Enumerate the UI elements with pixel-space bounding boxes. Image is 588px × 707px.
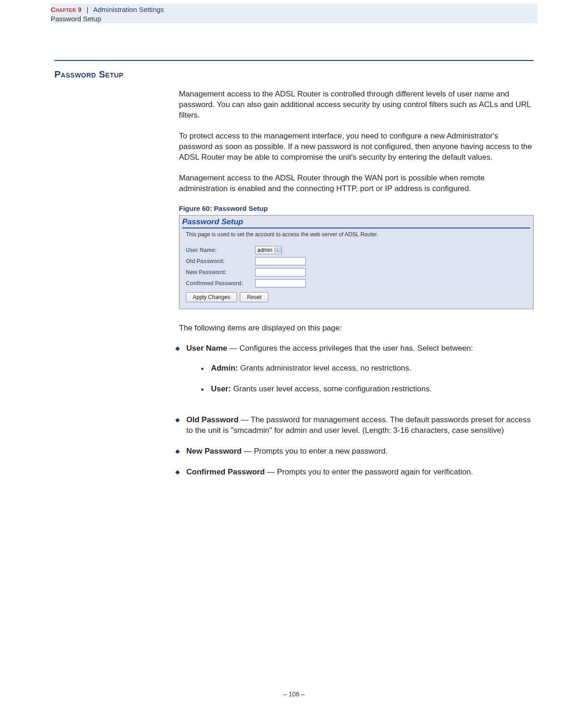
figure-caption: Figure 60: Password Setup <box>179 204 534 212</box>
list-item-old-password: ◆ Old Password — The password for manage… <box>175 415 534 436</box>
page-header: Chapter 9 | Administration Settings Pass… <box>51 4 537 23</box>
confirmed-password-item-text: — Prompts you to enter the password agai… <box>265 467 473 476</box>
old-password-input[interactable] <box>255 257 306 265</box>
username-label: User Name: <box>186 247 255 253</box>
admin-label: Admin: <box>211 364 238 372</box>
old-password-item-label: Old Password <box>186 415 238 424</box>
item-list: ◆ User Name — Configures the access priv… <box>175 343 534 478</box>
confirmed-password-label: Confirmed Password: <box>186 280 255 287</box>
section-title: Password Setup <box>54 69 534 80</box>
new-password-item-text: — Prompts you to enter a new password. <box>242 447 388 455</box>
list-item-username: ◆ User Name — Configures the access priv… <box>175 343 534 405</box>
paragraph-3: Management access to the ADSL Router thr… <box>179 173 534 194</box>
figure-screenshot: Password Setup This page is used to set … <box>179 215 534 309</box>
paragraph-2: To protect access to the management inte… <box>179 131 534 163</box>
reset-button[interactable]: Reset <box>240 292 268 302</box>
diamond-bullet-icon: ◆ <box>175 345 180 405</box>
diamond-bullet-icon: ◆ <box>175 468 180 478</box>
username-select[interactable]: admin ⌄ <box>255 246 282 254</box>
new-password-label: New Password: <box>186 269 255 276</box>
chevron-down-icon: ⌄ <box>274 247 281 253</box>
diamond-bullet-icon: ◆ <box>175 448 180 457</box>
main-content: Password Setup Management access to the … <box>54 60 534 488</box>
admin-text: Grants administrator level access, no re… <box>238 364 411 372</box>
chapter-title: Administration Settings <box>93 6 164 13</box>
page-number: – 106 – <box>283 690 305 698</box>
user-text: Grants user level access, some configura… <box>231 384 432 393</box>
username-item-label: User Name <box>186 344 227 353</box>
figure-title: Password Setup <box>182 217 243 226</box>
page-footer: – 106 – <box>0 690 588 698</box>
list-subitem-admin: ■ Admin: Grants administrator level acce… <box>201 363 473 374</box>
section-rule <box>54 60 534 61</box>
username-select-value: admin <box>255 247 274 253</box>
list-subitem-user: ■ User: Grants user level access, some c… <box>201 384 473 395</box>
chapter-separator: | <box>87 6 89 13</box>
new-password-item-label: New Password <box>186 447 242 455</box>
header-subtitle: Password Setup <box>51 15 164 23</box>
figure-form: User Name: admin ⌄ Old Password: New Pas… <box>179 246 533 309</box>
old-password-label: Old Password: <box>186 258 255 264</box>
figure-description: This page is used to set the account to … <box>179 231 533 246</box>
diamond-bullet-icon: ◆ <box>175 416 180 436</box>
square-bullet-icon: ■ <box>201 387 203 395</box>
items-intro: The following items are displayed on thi… <box>179 323 534 334</box>
confirmed-password-item-label: Confirmed Password <box>186 467 265 476</box>
paragraph-1: Management access to the ADSL Router is … <box>179 89 534 121</box>
square-bullet-icon: ■ <box>201 366 203 374</box>
new-password-input[interactable] <box>255 268 306 276</box>
confirmed-password-input[interactable] <box>255 279 306 288</box>
user-label: User: <box>211 384 231 393</box>
chapter-label: Chapter 9 <box>51 6 82 13</box>
apply-changes-button[interactable]: Apply Changes <box>186 292 237 302</box>
old-password-item-text: — The password for management access. Th… <box>186 415 531 435</box>
list-item-new-password: ◆ New Password — Prompts you to enter a … <box>175 446 534 457</box>
username-item-text: — Configures the access privileges that … <box>227 344 473 353</box>
list-item-confirmed-password: ◆ Confirmed Password — Prompts you to en… <box>175 467 534 478</box>
